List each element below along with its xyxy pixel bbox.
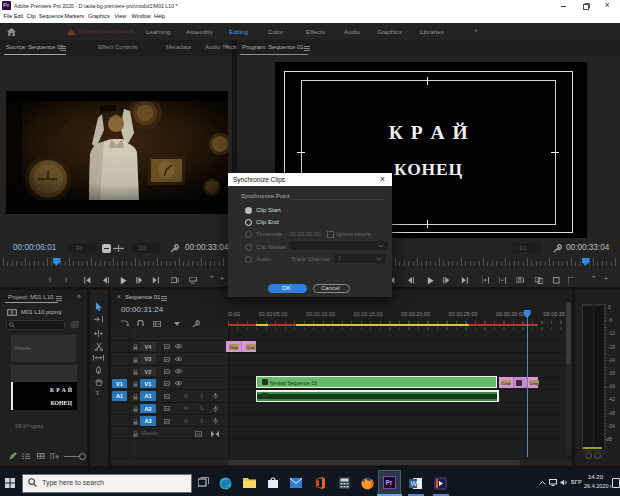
svg-text:W: W xyxy=(411,480,418,487)
